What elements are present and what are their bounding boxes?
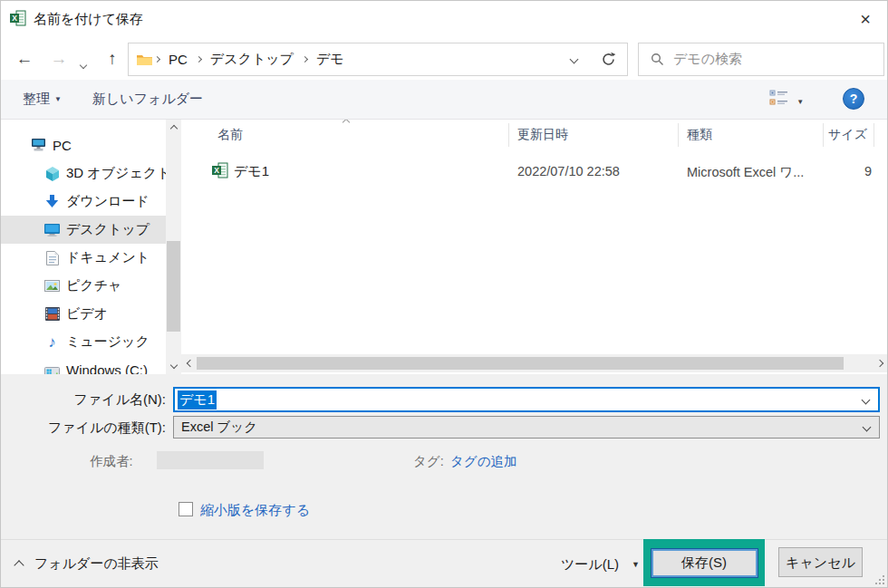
- search-placeholder: デモの検索: [673, 51, 742, 68]
- organize-button[interactable]: 整理▼: [23, 91, 62, 108]
- author-value-box: [157, 451, 264, 469]
- scrollbar-thumb[interactable]: [197, 357, 844, 370]
- breadcrumb-separator-icon: [302, 56, 308, 63]
- caret-down-icon: ▼: [796, 98, 804, 106]
- downloads-icon: [44, 194, 60, 209]
- back-button[interactable]: ←: [13, 48, 36, 72]
- filename-label: ファイル名(N):: [1, 391, 166, 409]
- recent-locations-chevron-icon[interactable]: [81, 55, 86, 72]
- file-row[interactable]: X デモ1 2022/07/10 22:58 Microsoft Excel ワ…: [181, 158, 888, 185]
- file-name: デモ1: [234, 163, 269, 180]
- sidebar-scrollbar[interactable]: [166, 120, 181, 374]
- column-divider[interactable]: [678, 123, 679, 147]
- tools-button[interactable]: ツール(L)▼: [561, 556, 640, 574]
- file-modified: 2022/07/10 22:58: [517, 164, 620, 178]
- sidebar-item-music[interactable]: ♪ ミュージック: [1, 328, 166, 356]
- column-divider[interactable]: [823, 123, 824, 147]
- sidebar-item-windows-c[interactable]: Windows (C:): [1, 356, 166, 374]
- author-label: 作成者:: [90, 453, 133, 470]
- filename-dropdown-chevron-icon[interactable]: [862, 395, 871, 404]
- close-button[interactable]: ×: [853, 6, 878, 32]
- dialog-footer: フォルダーの非表示 ツール(L)▼ 保存(S) キャンセル: [1, 539, 888, 588]
- search-icon: [651, 53, 664, 66]
- breadcrumb-separator-icon: [196, 56, 202, 63]
- add-tag-link[interactable]: タグの追加: [450, 453, 517, 470]
- file-size: 9: [848, 164, 872, 178]
- refresh-button[interactable]: [590, 43, 628, 76]
- folder-icon: [137, 53, 152, 66]
- column-header-modified[interactable]: 更新日時: [517, 127, 568, 143]
- desktop-icon: [44, 222, 60, 237]
- save-highlight: 保存(S): [643, 539, 765, 586]
- save-options-panel: ファイル名(N): デモ1 ファイルの種類(T): Excel ブック 作成者:…: [1, 374, 888, 588]
- sidebar-item-pc[interactable]: PC: [1, 131, 166, 159]
- filename-value: デモ1: [178, 390, 217, 410]
- scroll-right-icon[interactable]: [874, 355, 888, 371]
- breadcrumb-separator-icon: [154, 56, 160, 63]
- sort-ascending-icon: [343, 120, 350, 126]
- caret-down-icon: ▼: [54, 95, 62, 103]
- help-button[interactable]: ?: [843, 88, 864, 110]
- scroll-down-icon[interactable]: [166, 359, 181, 374]
- column-header-type[interactable]: 種類: [687, 127, 712, 143]
- save-as-dialog: X 名前を付けて保存 × ← → ↑ PC デスクトップ デモ: [0, 0, 888, 588]
- breadcrumb-item-pc[interactable]: PC: [162, 43, 194, 75]
- pictures-icon: [44, 278, 60, 294]
- chevron-up-icon: [14, 560, 24, 570]
- forward-button: →: [47, 48, 71, 72]
- new-folder-button[interactable]: 新しいフォルダー: [92, 91, 203, 108]
- drive-icon: [44, 362, 60, 374]
- save-thumbnail-checkbox[interactable]: [179, 502, 193, 516]
- refresh-icon: [601, 52, 616, 67]
- column-divider[interactable]: [874, 123, 874, 147]
- 3d-objects-icon: [44, 166, 60, 181]
- sidebar-item-documents[interactable]: ドキュメント: [1, 244, 166, 272]
- sidebar-item-3d-objects[interactable]: 3D オブジェクト: [1, 159, 166, 188]
- music-icon: ♪: [44, 334, 60, 350]
- tags-label: タグ:: [413, 453, 444, 470]
- filetype-dropdown-chevron-icon: [863, 423, 872, 432]
- column-header-name[interactable]: 名前: [217, 127, 243, 143]
- svg-text:X: X: [214, 166, 219, 175]
- filetype-label: ファイルの種類(T):: [1, 419, 166, 437]
- svg-text:X: X: [12, 14, 17, 23]
- breadcrumb-item-desktop[interactable]: デスクトップ: [204, 43, 300, 75]
- up-button[interactable]: ↑: [101, 48, 124, 72]
- file-list-scrollbar[interactable]: [181, 354, 888, 372]
- content-area: PC 3D オブジェクト ダウンロード デスクトップ ドキュメン: [1, 120, 888, 374]
- resize-grip-icon[interactable]: [874, 574, 884, 584]
- filename-input[interactable]: デモ1: [173, 387, 880, 412]
- excel-app-icon: X: [10, 10, 26, 26]
- search-box[interactable]: デモの検索: [638, 43, 884, 76]
- scroll-left-icon[interactable]: [181, 355, 197, 371]
- documents-icon: [44, 250, 60, 265]
- file-list: 名前 更新日時 種類 サイズ X デモ1 2022/: [181, 120, 888, 374]
- change-view-button[interactable]: ▼: [769, 90, 804, 109]
- filetype-select[interactable]: Excel ブック: [173, 416, 880, 439]
- sidebar-item-desktop[interactable]: デスクトップ: [1, 216, 166, 244]
- sidebar-item-videos[interactable]: ビデオ: [1, 300, 166, 328]
- caret-down-icon: ▼: [632, 560, 640, 569]
- excel-file-icon: X: [212, 162, 228, 182]
- hide-folders-button[interactable]: フォルダーの非表示: [15, 555, 159, 573]
- hide-folders-label: フォルダーの非表示: [34, 555, 159, 573]
- file-type: Microsoft Excel ワ...: [687, 164, 804, 181]
- save-button[interactable]: 保存(S): [651, 548, 758, 578]
- navigation-pane: PC 3D オブジェクト ダウンロード デスクトップ ドキュメン: [1, 120, 166, 374]
- list-view-icon: [769, 90, 788, 106]
- scroll-up-icon[interactable]: [166, 120, 181, 135]
- dialog-title: 名前を付けて保存: [34, 11, 143, 28]
- column-header-size[interactable]: サイズ: [828, 127, 867, 143]
- address-bar[interactable]: PC デスクトップ デモ: [128, 43, 591, 76]
- save-thumbnail-label[interactable]: 縮小版を保存する: [200, 502, 310, 519]
- pc-icon: [31, 138, 46, 153]
- column-divider[interactable]: [508, 123, 509, 147]
- cancel-button[interactable]: キャンセル: [778, 547, 863, 577]
- breadcrumb-item-demo[interactable]: デモ: [310, 43, 351, 75]
- command-bar: 整理▼ 新しいフォルダー ▼ ?: [1, 80, 887, 120]
- sidebar-item-downloads[interactable]: ダウンロード: [1, 188, 166, 216]
- videos-icon: [44, 306, 60, 322]
- address-dropdown-chevron-icon[interactable]: [570, 55, 579, 64]
- sidebar-item-pictures[interactable]: ピクチャ: [1, 272, 166, 300]
- scrollbar-thumb[interactable]: [167, 241, 180, 332]
